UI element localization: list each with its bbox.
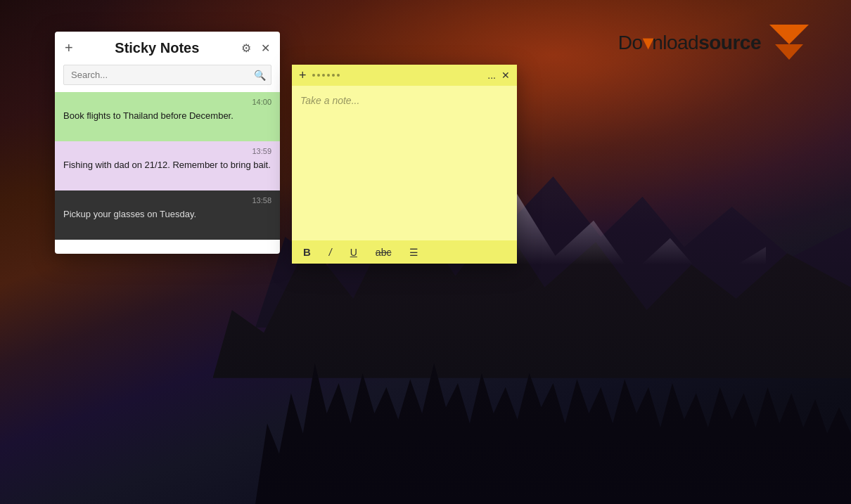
watermark-text: Do▾nloadsource bbox=[618, 31, 761, 54]
add-note-button[interactable]: + bbox=[63, 39, 75, 58]
note-card[interactable]: 13:58 Pickup your glasses on Tuesday. bbox=[55, 190, 280, 240]
note-editor: + ... ✕ Take a note... B bbox=[292, 65, 517, 264]
editor-header-right: ... ✕ bbox=[487, 70, 510, 81]
sticky-notes-panel: + Sticky Notes ⚙ ✕ 🔍 14:00 Book flights … bbox=[55, 32, 280, 254]
editor-placeholder: Take a note... bbox=[300, 95, 359, 106]
dot-decoration bbox=[317, 74, 320, 77]
panel-actions: ⚙ ✕ bbox=[240, 40, 271, 56]
editor-header-dots bbox=[312, 74, 340, 77]
editor-header-left: + bbox=[299, 69, 340, 82]
note-timestamp: 13:59 bbox=[63, 147, 271, 155]
svg-marker-0 bbox=[769, 25, 809, 44]
search-icon: 🔍 bbox=[254, 70, 266, 81]
note-timestamp: 14:00 bbox=[63, 98, 271, 106]
panel-title: Sticky Notes bbox=[115, 40, 199, 56]
toolbar-bold-button[interactable]: B bbox=[300, 245, 314, 259]
search-bar: 🔍 bbox=[63, 65, 271, 85]
svg-marker-1 bbox=[775, 44, 803, 60]
editor-menu-button[interactable]: ... bbox=[487, 70, 496, 81]
note-card[interactable]: 14:00 Book flights to Thailand before De… bbox=[55, 92, 280, 141]
toolbar-strikethrough-button[interactable]: abc bbox=[373, 245, 395, 259]
dot-decoration bbox=[337, 74, 340, 77]
note-text: Book flights to Thailand before December… bbox=[63, 109, 271, 123]
toolbar-italic-button[interactable]: / bbox=[326, 245, 335, 259]
editor-body[interactable]: Take a note... bbox=[292, 86, 517, 240]
note-card[interactable]: 13:59 Fishing with dad on 21/12. Remembe… bbox=[55, 141, 280, 190]
watermark-logo bbox=[769, 25, 809, 60]
editor-toolbar: B / U abc ☰ bbox=[292, 240, 517, 264]
editor-close-button[interactable]: ✕ bbox=[501, 70, 510, 81]
editor-add-button[interactable]: + bbox=[299, 69, 307, 82]
dot-decoration bbox=[332, 74, 335, 77]
note-text: Pickup your glasses on Tuesday. bbox=[63, 207, 271, 221]
editor-header: + ... ✕ bbox=[292, 65, 517, 86]
close-panel-button[interactable]: ✕ bbox=[260, 40, 271, 56]
notes-list: 14:00 Book flights to Thailand before De… bbox=[55, 92, 280, 254]
settings-button[interactable]: ⚙ bbox=[240, 40, 252, 56]
note-text: Fishing with dad on 21/12. Remember to b… bbox=[63, 158, 271, 172]
panel-header: + Sticky Notes ⚙ ✕ bbox=[55, 32, 280, 62]
watermark-source: source bbox=[698, 32, 761, 53]
toolbar-list-button[interactable]: ☰ bbox=[407, 245, 421, 259]
dot-decoration bbox=[312, 74, 315, 77]
watermark: Do▾nloadsource bbox=[618, 25, 809, 60]
dot-decoration bbox=[327, 74, 330, 77]
search-input[interactable] bbox=[63, 65, 271, 85]
watermark-accent: ▾ bbox=[643, 32, 653, 53]
toolbar-underline-button[interactable]: U bbox=[347, 245, 360, 259]
dot-decoration bbox=[322, 74, 325, 77]
note-timestamp: 13:58 bbox=[63, 196, 271, 205]
